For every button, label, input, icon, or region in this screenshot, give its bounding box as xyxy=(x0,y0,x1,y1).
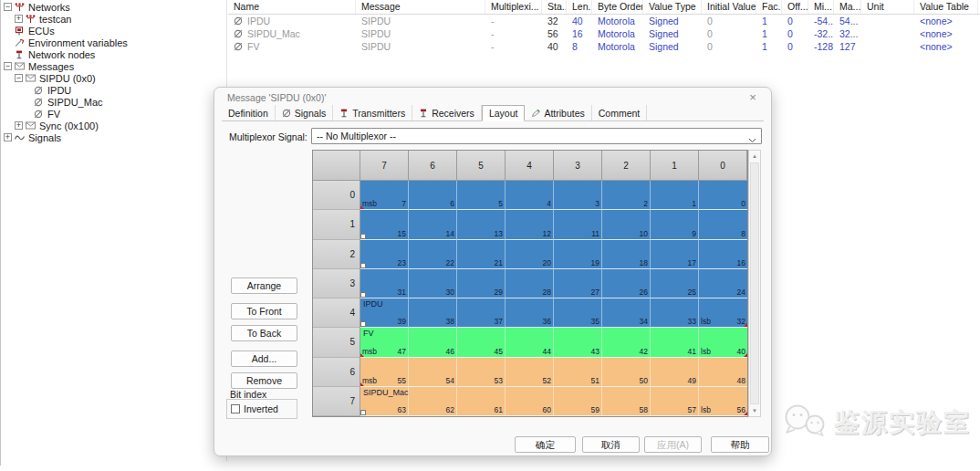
bit-cell-7-ipdu[interactable]: msb7 xyxy=(360,181,409,210)
bit-cell-44-fv[interactable]: 44 xyxy=(506,328,554,357)
tree-item-messages[interactable]: −Messages xyxy=(1,60,225,72)
tree-item-sipdu-0x0[interactable]: −SIPDU (0x0) xyxy=(1,72,225,84)
bit-cell-50-sipdu-mac[interactable]: 50 xyxy=(602,358,651,387)
close-icon[interactable]: × xyxy=(745,90,760,105)
bit-cell-55-sipdu-mac[interactable]: msb55 xyxy=(360,358,409,387)
bit-cell-22-ipdu[interactable]: 22 xyxy=(409,240,457,269)
tree-item-environment-variables[interactable]: Environment variables xyxy=(1,37,225,48)
bit-cell-2-ipdu[interactable]: 2 xyxy=(602,181,651,210)
bit-cell-8-ipdu[interactable]: 8 xyxy=(699,210,747,239)
bit-cell-36-ipdu[interactable]: 36 xyxy=(506,298,554,328)
bit-cell-34-ipdu[interactable]: 34 xyxy=(602,298,651,328)
bit-cell-5-ipdu[interactable]: 5 xyxy=(457,181,506,210)
to-back-button[interactable]: To Back xyxy=(231,325,297,341)
bit-cell-10-ipdu[interactable]: 10 xyxy=(602,210,651,239)
bit-cell-41-fv[interactable]: 41 xyxy=(651,328,699,357)
tree-item-ecus[interactable]: ECUs xyxy=(1,25,225,37)
inverted-checkbox[interactable] xyxy=(231,404,240,413)
bit-cell-49-sipdu-mac[interactable]: 49 xyxy=(651,358,699,387)
column-header-offset[interactable]: Off... xyxy=(782,0,808,14)
bit-cell-17-ipdu[interactable]: 17 xyxy=(651,240,699,269)
bit-cell-30-ipdu[interactable]: 30 xyxy=(409,269,457,298)
bit-cell-9-ipdu[interactable]: 9 xyxy=(651,210,699,239)
bit-cell-45-fv[interactable]: 45 xyxy=(457,328,506,357)
scroll-up-icon[interactable]: ▲ xyxy=(749,151,760,162)
bit-cell-54-sipdu-mac[interactable]: 54 xyxy=(409,358,457,387)
bit-cell-28-ipdu[interactable]: 28 xyxy=(506,269,554,298)
scroll-down-icon[interactable]: ▼ xyxy=(749,405,760,416)
grid-scrollbar[interactable]: ▲ ▼ xyxy=(748,150,761,417)
row-handle[interactable] xyxy=(360,292,366,298)
bit-cell-18-ipdu[interactable]: 18 xyxy=(602,240,651,269)
tree-item-sync-0x100[interactable]: +Sync (0x100) xyxy=(1,120,225,131)
bit-cell-6-ipdu[interactable]: 6 xyxy=(409,181,457,210)
bit-cell-60-sipdu-mac[interactable]: 60 xyxy=(506,387,554,416)
bit-cell-43-fv[interactable]: 43 xyxy=(554,328,602,357)
bit-cell-33-ipdu[interactable]: 33 xyxy=(651,298,699,328)
expand-icon[interactable]: + xyxy=(15,121,23,130)
bit-cell-11-ipdu[interactable]: 11 xyxy=(554,210,602,239)
bit-cell-51-sipdu-mac[interactable]: 51 xyxy=(554,358,602,387)
scrollbar-thumb[interactable] xyxy=(750,162,759,404)
column-header-value-table[interactable]: Value Table xyxy=(914,0,978,14)
bit-cell-35-ipdu[interactable]: 35 xyxy=(554,298,602,328)
bit-cell-27-ipdu[interactable]: 27 xyxy=(554,269,602,298)
tree-item-ipdu[interactable]: IPDU xyxy=(1,84,225,96)
bit-cell-42-fv[interactable]: 42 xyxy=(602,328,651,357)
tree-item-fv[interactable]: FV xyxy=(1,108,225,120)
bit-cell-19-ipdu[interactable]: 19 xyxy=(554,240,602,269)
tree-item-signals[interactable]: +Signals xyxy=(1,131,225,143)
column-header-byte-order[interactable]: Byte Order xyxy=(592,0,643,14)
column-header-multiplexing[interactable]: Multiplexi... xyxy=(485,0,542,14)
column-header-unit[interactable]: Unit xyxy=(861,0,914,14)
bit-cell-12-ipdu[interactable]: 12 xyxy=(506,210,554,239)
table-row-sipdu-mac[interactable]: SIPDU_MacSIPDU-5616MotorolaSigned010-32.… xyxy=(228,27,980,40)
bit-cell-62-sipdu-mac[interactable]: 62 xyxy=(409,387,457,416)
tab-transmitters[interactable]: Transmitters xyxy=(333,105,412,120)
bit-cell-16-ipdu[interactable]: 16 xyxy=(699,240,747,269)
to-front-button[interactable]: To Front xyxy=(231,303,297,319)
row-handle[interactable] xyxy=(360,410,366,415)
column-header-value-type[interactable]: Value Type xyxy=(643,0,702,14)
bit-cell-37-ipdu[interactable]: 37 xyxy=(457,298,506,328)
column-header-length[interactable]: Len... xyxy=(567,0,592,14)
bit-cell-21-ipdu[interactable]: 21 xyxy=(457,240,506,269)
expand-icon[interactable]: + xyxy=(4,133,12,141)
tab-attributes[interactable]: Attributes xyxy=(525,105,591,120)
collapse-icon[interactable]: − xyxy=(15,74,23,82)
column-header-max[interactable]: Ma... xyxy=(834,0,861,14)
help-button[interactable]: 帮助 xyxy=(711,436,769,453)
column-header-initial-value[interactable]: Initial Value xyxy=(702,0,756,14)
bit-cell-14-ipdu[interactable]: 14 xyxy=(409,210,457,239)
bit-cell-29-ipdu[interactable]: 29 xyxy=(457,269,506,298)
add-button[interactable]: Add... xyxy=(231,351,297,367)
tree-item-networks[interactable]: −Networks xyxy=(1,1,225,13)
bit-cell-57-sipdu-mac[interactable]: 57 xyxy=(651,387,699,416)
bit-cell-32-ipdu[interactable]: lsb32 xyxy=(699,298,747,328)
tab-signals[interactable]: Signals xyxy=(276,105,333,120)
collapse-icon[interactable]: − xyxy=(4,3,12,11)
row-handle[interactable] xyxy=(360,263,366,268)
tab-comment[interactable]: Comment xyxy=(592,105,648,120)
bit-cell-47-fv[interactable]: FVmsb47 xyxy=(360,328,409,357)
table-row-fv[interactable]: FVSIPDU-408MotorolaSigned010-128127<none… xyxy=(228,40,980,53)
table-row-ipdu[interactable]: IPDUSIPDU-3240MotorolaSigned010-54...54.… xyxy=(228,15,980,27)
column-header-name[interactable]: Name xyxy=(228,0,356,14)
bit-cell-0-ipdu[interactable]: 0 xyxy=(699,181,747,210)
bit-cell-40-fv[interactable]: lsb40 xyxy=(699,328,747,357)
bit-cell-24-ipdu[interactable]: 24 xyxy=(699,269,747,298)
row-handle[interactable] xyxy=(360,234,366,239)
tree-item-network-nodes[interactable]: Network nodes xyxy=(1,48,225,60)
tree-item-testcan[interactable]: +testcan xyxy=(1,13,225,25)
bit-cell-59-sipdu-mac[interactable]: 59 xyxy=(554,387,602,416)
bit-cell-13-ipdu[interactable]: 13 xyxy=(457,210,506,239)
multiplexor-select[interactable]: -- No Multiplexor -- xyxy=(311,128,762,144)
bit-cell-15-ipdu[interactable]: 15 xyxy=(360,210,409,239)
cancel-button[interactable]: 取消 xyxy=(582,436,640,453)
bit-cell-46-fv[interactable]: 46 xyxy=(409,328,457,357)
column-header-min[interactable]: Mi... xyxy=(808,0,834,14)
remove-button[interactable]: Remove xyxy=(231,372,297,389)
bit-cell-26-ipdu[interactable]: 26 xyxy=(602,269,651,298)
collapse-icon[interactable]: − xyxy=(4,62,12,70)
bit-cell-23-ipdu[interactable]: 23 xyxy=(360,240,409,269)
